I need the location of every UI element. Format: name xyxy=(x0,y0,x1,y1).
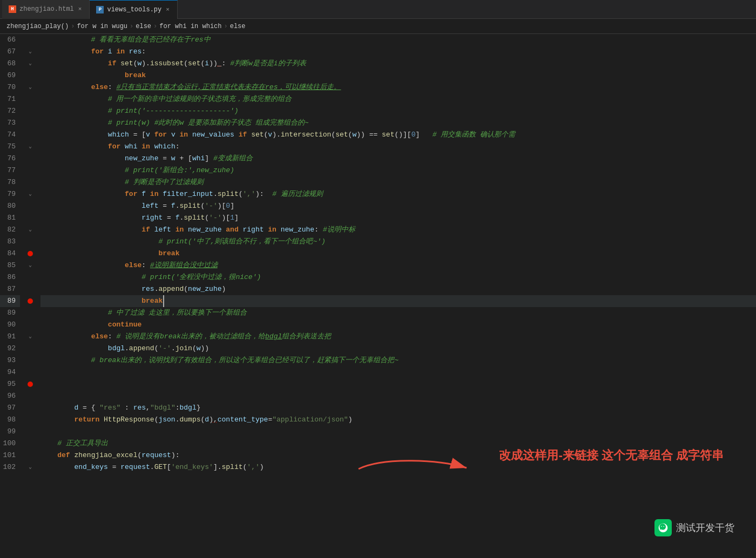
code-line-73: # print(w) #此时的w 是要添加新的子状态 组成完整组合的~ xyxy=(40,117,756,129)
breadcrumb-item-2[interactable]: else xyxy=(136,23,151,30)
py-file-icon: P xyxy=(96,6,104,13)
code-line-93: # break出来的，说明找到了有效组合，所以这个无辜组合已经可以了，赶紧搞下一… xyxy=(40,355,756,366)
code-line-92: bdgl.append('-'.join(w)) xyxy=(40,343,756,355)
code-line-77: # print('新组合:',new_zuhe) xyxy=(40,165,756,176)
editor-wrapper: 66 67 68 69 70 71 72 73 74 75 76 77 78 7… xyxy=(0,34,756,558)
code-line-87: res.append(new_zuhe) xyxy=(40,283,756,295)
code-line-78: # 判断是否中了过滤规则 xyxy=(40,176,756,188)
code-line-94 xyxy=(40,366,756,378)
code-line-67: for i in res: xyxy=(40,46,756,58)
tab-py[interactable]: P views_tools.py × xyxy=(90,0,177,19)
code-line-81: right = f.split('-')[1] xyxy=(40,212,756,224)
html-file-icon: H xyxy=(9,5,16,13)
breadcrumb-item-3[interactable]: for whi in which xyxy=(159,23,221,30)
code-line-74: which = [v for v in new_values if set(v)… xyxy=(40,129,756,141)
tab-html-close[interactable]: × xyxy=(77,5,83,13)
tab-py-label: views_tools.py xyxy=(107,6,161,13)
gutter: ⌄ ⌄ ⌄ ⌄ ⌄ ⌄ ⌄ ⌄ xyxy=(24,34,36,558)
breadcrumb-item-1[interactable]: for w in wugu xyxy=(77,23,127,30)
code-area[interactable]: # 看看无辜组合是否已经存在于res中 for i in res: if set… xyxy=(36,34,756,558)
code-line-69: break xyxy=(40,70,756,81)
code-line-72: # print('--------------------') xyxy=(40,105,756,117)
code-line-99 xyxy=(40,426,756,438)
code-line-83: # print('中了,则该组合不行，看下一个组合吧~') xyxy=(40,236,756,248)
code-line-75: for whi in which: xyxy=(40,141,756,153)
code-line-98: return HttpResponse(json.dumps(d),conten… xyxy=(40,414,756,426)
code-line-89: # 中了过滤 走这里，所以要换下一个新组合 xyxy=(40,307,756,319)
code-line-71: # 用一个新的非中过滤规则的子状态填充，形成完整的组合 xyxy=(40,93,756,105)
code-line-86: # print('全程没中过滤，很nice') xyxy=(40,271,756,283)
code-line-70: else: #只有当正常结束才会运行,正常结束代表未存在res，可以继续往后走。 xyxy=(40,81,756,93)
breadcrumb-item-4[interactable]: else xyxy=(230,23,246,30)
code-line-79: for f in filter_input.split(','): # 遍历过滤… xyxy=(40,188,756,200)
code-line-95 xyxy=(40,378,756,390)
code-line-96 xyxy=(40,390,756,402)
code-line-84: break xyxy=(40,248,756,260)
code-line-82: if left in new_zuhe and right in new_zuh… xyxy=(40,224,756,236)
code-line-85: else: #说明新组合没中过滤 xyxy=(40,260,756,271)
breadcrumb-item-0[interactable]: zhengjiao_play() xyxy=(6,23,69,30)
code-line-88: break xyxy=(40,295,756,307)
code-line-91: else: # 说明是没有break出来的，被动过滤组合，给bdgl组合列表送去… xyxy=(40,331,756,343)
code-line-66: # 看看无辜组合是否已经存在于res中 xyxy=(40,34,756,46)
tab-py-close[interactable]: × xyxy=(165,5,171,14)
code-line-102: end_keys = request.GET['end_keys'].split… xyxy=(40,461,756,473)
tab-bar: H zhengjiao.html × P views_tools.py × xyxy=(0,0,756,19)
code-line-90: continue xyxy=(40,319,756,331)
code-line-68: if set(w).issubset(set(i))_: #判断w是否是i的子列… xyxy=(40,58,756,70)
line-numbers: 66 67 68 69 70 71 72 73 74 75 76 77 78 7… xyxy=(0,34,24,558)
editor-area: 66 67 68 69 70 71 72 73 74 75 76 77 78 7… xyxy=(0,34,756,558)
code-line-76: new_zuhe = w + [whi] #变成新组合 xyxy=(40,153,756,165)
code-line-97: d = { "res" : res,"bdgl":bdgl} xyxy=(40,402,756,414)
breadcrumb: zhengjiao_play() › for w in wugu › else … xyxy=(0,19,756,34)
code-line-80: left = f.split('-')[0] xyxy=(40,200,756,212)
tab-html[interactable]: H zhengjiao.html × xyxy=(2,0,90,19)
tab-html-label: zhengjiao.html xyxy=(19,5,74,13)
code-line-100: # 正交工具导出 xyxy=(40,438,756,450)
code-line-101: def zhengjiao_excel(request): xyxy=(40,450,756,461)
